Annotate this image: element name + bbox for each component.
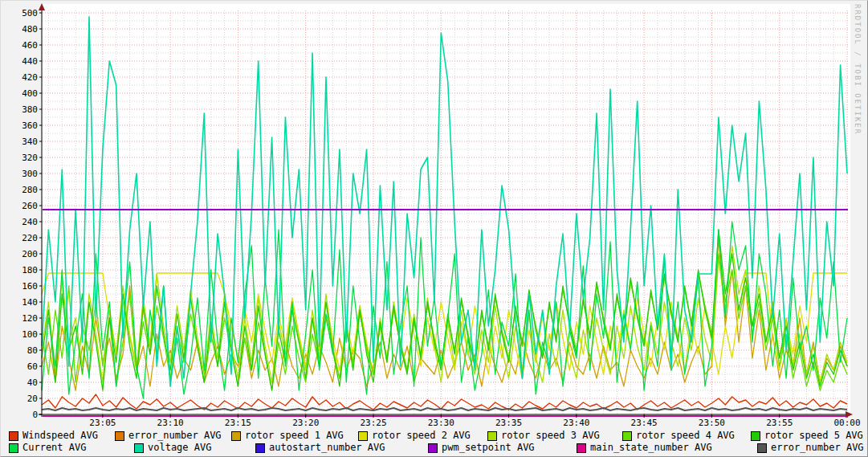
x-axis-label: 23:20	[292, 418, 319, 428]
rrdtool-watermark: RRDTOOL / TOBI OETIKER	[854, 4, 862, 135]
x-axis-label: 23:25	[360, 418, 386, 428]
y-axis-label: 340	[22, 137, 38, 147]
y-axis-label: 460	[22, 40, 38, 51]
y-axis-label: 140	[22, 297, 38, 308]
x-axis-label: 23:55	[766, 418, 793, 428]
y-axis-label: 180	[22, 265, 38, 275]
x-axis-label: 23:10	[157, 418, 184, 428]
y-axis-label: 420	[22, 72, 38, 83]
y-axis-label: 500	[22, 8, 38, 18]
x-axis-label: 23:35	[495, 418, 522, 428]
y-axis-label: 360	[22, 120, 38, 131]
y-axis-label: 280	[22, 185, 38, 195]
chart-canvas: 0204060801001201401601802002202402602803…	[1, 1, 868, 457]
y-axis-label: 400	[22, 88, 38, 99]
y-axis-label: 160	[22, 281, 38, 292]
y-axis-label: 240	[22, 217, 38, 227]
x-axis-label: 23:40	[563, 418, 589, 428]
y-axis-label: 300	[22, 169, 38, 179]
rrdtool-graph: 0204060801001201401601802002202402602803…	[0, 0, 868, 457]
x-axis-label: 00:00	[833, 418, 860, 428]
y-axis-label: 220	[22, 233, 38, 243]
x-axis-label: 23:45	[631, 418, 658, 428]
y-axis-label: 200	[22, 249, 38, 259]
y-axis-label: 40	[27, 377, 38, 388]
y-axis-label: 380	[22, 104, 38, 115]
y-axis-label: 60	[27, 361, 38, 372]
x-axis-label: 23:15	[225, 418, 251, 428]
y-axis-label: 480	[22, 24, 38, 35]
y-axis-label: 0	[32, 410, 38, 420]
y-axis-label: 320	[22, 153, 38, 163]
x-axis-label: 23:30	[428, 418, 454, 428]
y-axis-label: 20	[27, 394, 38, 404]
x-axis-label: 23:05	[89, 418, 116, 428]
y-axis-label: 260	[22, 201, 38, 211]
x-axis-label: 23:50	[699, 418, 725, 428]
y-axis-label: 80	[27, 345, 38, 356]
y-axis-label: 440	[22, 56, 38, 67]
y-axis-label: 100	[22, 329, 38, 340]
y-axis-label: 120	[22, 313, 38, 324]
